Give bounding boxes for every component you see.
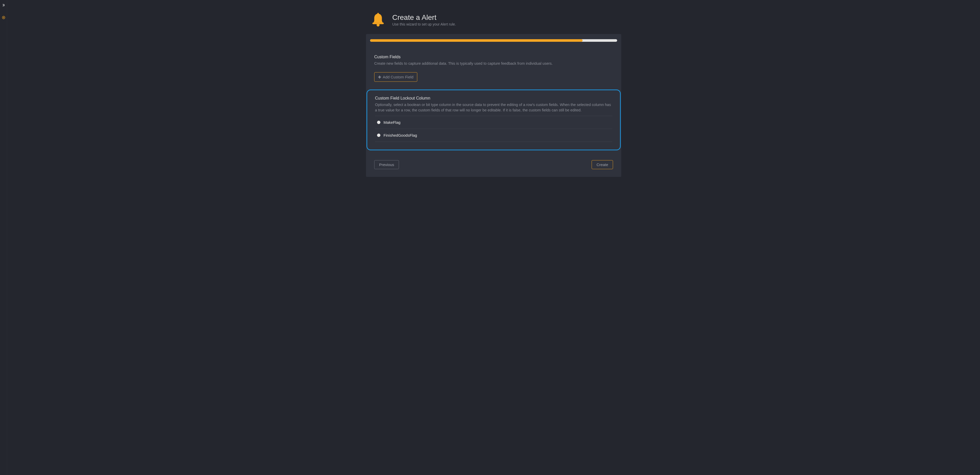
custom-fields-section: Custom Fields Create new fields to captu…: [370, 55, 617, 89]
option-label: FinishedGoodsFlag: [383, 133, 417, 137]
content-column: Create a Alert Use this wizard to set up…: [366, 12, 621, 475]
option-label: MakeFlag: [383, 120, 401, 125]
progress-bar: [370, 39, 617, 42]
lockout-section-highlight: Custom Field Lockout Column Optionally, …: [366, 89, 621, 150]
main-area: Create a Alert Use this wizard to set up…: [7, 0, 980, 475]
add-item-sidebar-button[interactable]: [1, 15, 6, 20]
chevrons-right-icon: [2, 3, 5, 7]
create-button[interactable]: Create: [592, 160, 613, 169]
page-titles: Create a Alert Use this wizard to set up…: [392, 13, 456, 26]
add-custom-field-button[interactable]: ✚ Add Custom Field: [374, 72, 417, 82]
plus-icon: ✚: [378, 75, 381, 79]
add-custom-field-label: Add Custom Field: [383, 75, 414, 79]
progress-fill: [370, 39, 582, 42]
previous-button[interactable]: Previous: [374, 160, 399, 169]
radio-icon: [377, 133, 380, 137]
custom-fields-title: Custom Fields: [374, 55, 613, 59]
page-header: Create a Alert Use this wizard to set up…: [366, 12, 621, 34]
radio-icon: [377, 121, 380, 124]
expand-sidebar-button[interactable]: [1, 3, 6, 8]
lockout-option-finishedgoodsflag[interactable]: FinishedGoodsFlag: [375, 129, 612, 142]
svg-point-4: [377, 24, 380, 27]
wizard-footer: Previous Create: [370, 157, 617, 172]
bell-icon: [370, 12, 386, 28]
page-subtitle: Use this wizard to set up your Alert rul…: [392, 22, 456, 26]
plus-circle-icon: [2, 16, 5, 19]
lockout-title: Custom Field Lockout Column: [375, 96, 612, 100]
svg-rect-5: [377, 13, 379, 14]
custom-fields-description: Create new fields to capture additional …: [374, 61, 613, 66]
app-root: Create a Alert Use this wizard to set up…: [0, 0, 980, 475]
wizard-card: Custom Fields Create new fields to captu…: [366, 34, 621, 177]
lockout-option-makeflag[interactable]: MakeFlag: [375, 116, 612, 129]
lockout-description: Optionally, select a boolean or bit type…: [375, 102, 612, 113]
sidebar: [0, 0, 7, 475]
lockout-options-list: MakeFlag FinishedGoodsFlag: [375, 116, 612, 142]
page-title: Create a Alert: [392, 13, 456, 22]
